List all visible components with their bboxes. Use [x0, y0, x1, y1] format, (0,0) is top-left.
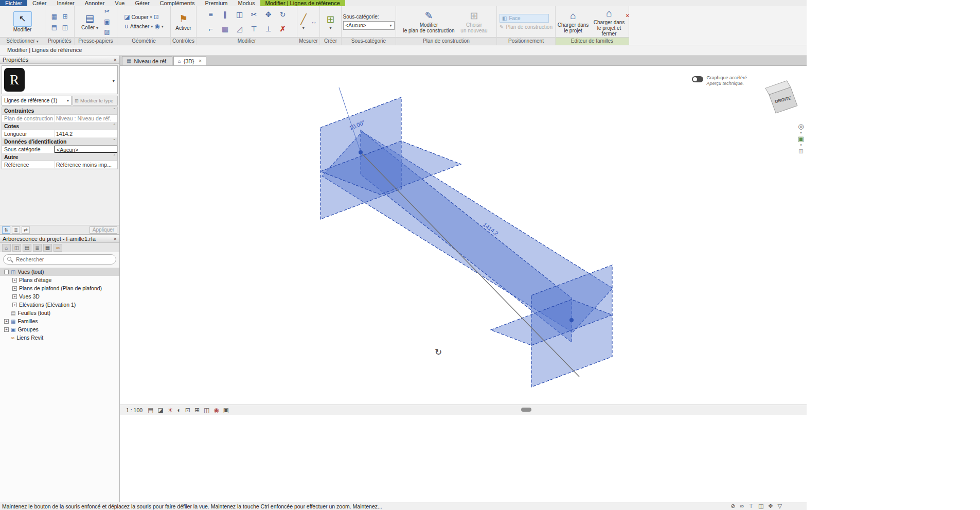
browser-home-icon[interactable]: ⌂	[2, 244, 11, 252]
tab-inserer[interactable]: Insérer	[52, 0, 80, 6]
nav-extra-icon[interactable]: ◫	[798, 147, 803, 155]
chevron-down-icon[interactable]: ▾	[800, 143, 802, 147]
property-row[interactable]: Plan de construction Niveau : Niveau de …	[2, 115, 117, 122]
tab-fichier[interactable]: Fichier	[0, 0, 27, 6]
aligned-dimension-icon[interactable]: ↔	[310, 17, 318, 27]
panel-label-mesurer[interactable]: Mesurer	[297, 37, 319, 45]
collapse-box-icon[interactable]: −	[4, 270, 9, 274]
view-tab-3d[interactable]: ⌂ {3D} ×	[173, 56, 206, 65]
search-input[interactable]	[3, 254, 116, 265]
collapse-icon[interactable]: ˆ	[114, 123, 116, 129]
family-category-icon[interactable]: ▤	[49, 22, 59, 32]
tree-item-vues-3d[interactable]: + Vues 3D	[0, 292, 119, 301]
view-scale-button[interactable]: 1 : 100	[126, 407, 144, 413]
panel-label-sous-categorie[interactable]: Sous-catégorie	[342, 37, 396, 45]
browser-link-icon[interactable]: ∞	[54, 244, 62, 252]
sort-descending-icon[interactable]: ⇄	[22, 226, 30, 234]
chevron-down-icon[interactable]: ▾	[800, 131, 802, 134]
accelerated-graphics-toggle[interactable]	[692, 76, 703, 82]
scale-icon[interactable]: ◿	[237, 25, 242, 33]
visual-style-icon[interactable]: ◪	[157, 406, 163, 414]
end-control-handle[interactable]	[569, 318, 574, 322]
unpin-icon[interactable]: ⊥	[265, 25, 271, 33]
panel-label-selectionner[interactable]: Sélectionner ▾	[0, 37, 45, 45]
tree-item-familles[interactable]: + ▦ Familles	[0, 317, 119, 325]
rotate-icon[interactable]: ↻	[280, 10, 286, 19]
cut-icon[interactable]: ✂	[102, 7, 112, 16]
view-tab-niveau-de-ref[interactable]: ▦ Niveau de réf.	[122, 56, 172, 65]
tab-creer[interactable]: Créer	[27, 0, 52, 6]
move-icon[interactable]: ✥	[265, 10, 272, 19]
select-underlay-icon[interactable]: ◫	[758, 503, 763, 509]
start-control-handle[interactable]	[359, 150, 363, 154]
chevron-down-icon[interactable]: ▾	[112, 78, 115, 83]
editable-only-icon[interactable]: ⊘	[730, 503, 735, 509]
shadows-icon[interactable]: ◐	[177, 406, 181, 414]
close-icon[interactable]: ×	[199, 58, 202, 64]
panel-label-presse-papiers[interactable]: Presse-papiers	[75, 37, 117, 45]
trim-icon[interactable]: ⌐	[208, 25, 212, 33]
sun-path-icon[interactable]: ☀	[168, 406, 173, 414]
array-icon[interactable]: ▦	[222, 25, 228, 33]
detail-level-icon[interactable]: ▤	[148, 406, 153, 414]
tree-item-plans-plafond[interactable]: + Plans de plafond (Plan de plafond)	[0, 284, 119, 292]
collapse-icon[interactable]: ˆ	[114, 154, 116, 160]
panel-label-plan-de-construction[interactable]: Plan de construction	[396, 37, 496, 45]
wall-joins-icon[interactable]: ◉	[154, 23, 159, 30]
close-icon[interactable]: ×	[114, 56, 117, 63]
steering-wheel-icon[interactable]: ◎	[798, 122, 804, 130]
subcategory-value-field[interactable]: <Aucun>	[55, 146, 117, 153]
section-donnees-identification[interactable]: Données d'identification ˆ	[2, 138, 117, 146]
tab-modus[interactable]: Modus	[233, 0, 260, 6]
measure-button[interactable]: ╱ ▾	[299, 13, 308, 30]
attach-button[interactable]: ∪ Attacher ▾ ◉ ▾	[124, 23, 164, 30]
expand-box-icon[interactable]: +	[12, 303, 17, 307]
tab-vue[interactable]: Vue	[110, 0, 130, 6]
load-into-project-close-button[interactable]: ⌂ × Charger dans le projet et fermer	[591, 7, 627, 37]
browser-schedules-icon[interactable]: ≣	[33, 244, 42, 252]
join-geometry-icon[interactable]: ⊡	[153, 13, 158, 21]
activate-controls-button[interactable]: ⚑ Activer	[172, 13, 194, 31]
tab-annoter[interactable]: Annoter	[80, 0, 110, 6]
browser-views-icon[interactable]: ◫	[12, 244, 21, 252]
panel-label-geometrie[interactable]: Géométrie	[117, 37, 170, 45]
reveal-hidden-icon[interactable]: ◉	[213, 406, 219, 414]
sort-ascending-icon[interactable]: ≣	[12, 226, 20, 234]
tree-item-groupes[interactable]: + ▣ Groupes	[0, 325, 119, 333]
section-cotes[interactable]: Cotes ˆ	[2, 122, 117, 130]
subcategory-dropdown[interactable]: <Aucun> ▾	[343, 21, 395, 30]
sort-icon[interactable]: ⇅	[2, 226, 10, 234]
viewcube[interactable]: DROITE	[760, 77, 805, 121]
properties-palette-icon[interactable]: ▦	[49, 11, 59, 21]
section-autre[interactable]: Autre ˆ	[2, 153, 117, 161]
browser-sheets-icon[interactable]: ▤	[23, 244, 31, 252]
edit-type-button[interactable]: ⊞ Modifier le type	[73, 96, 118, 105]
tree-item-feuilles[interactable]: ▤ Feuilles (tout)	[0, 309, 119, 317]
collapse-icon[interactable]: ˆ	[114, 138, 116, 145]
split-icon[interactable]: ✂	[251, 10, 257, 19]
modify-button[interactable]: ↖ Modifier	[8, 11, 38, 32]
horizontal-scrollbar-thumb[interactable]	[521, 408, 531, 412]
tree-item-elevations[interactable]: + Elévations (Elévation 1)	[0, 301, 119, 309]
cut-geometry-button[interactable]: ◪ Couper ▾ ⊡	[124, 13, 164, 21]
panel-label-modifier[interactable]: Modifier	[197, 37, 297, 45]
panel-label-creer[interactable]: Créer	[320, 37, 341, 45]
edit-workplane-button[interactable]: ✎ Modifier le plan de construction	[402, 10, 456, 33]
3d-scene[interactable]: 10.00° 1414.2 ↻	[120, 66, 807, 405]
family-types-icon[interactable]: ⊞	[60, 11, 70, 21]
select-links-icon[interactable]: ∞	[740, 503, 744, 509]
panel-label-positionnement[interactable]: Positionnement	[497, 37, 555, 45]
align-icon[interactable]: ≡	[208, 10, 212, 19]
tab-complements[interactable]: Compléments	[155, 0, 200, 6]
property-row[interactable]: Longueur 1414.2	[2, 130, 117, 138]
select-pinned-icon[interactable]: ⊤	[749, 503, 754, 509]
zoom-icon[interactable]: ▣	[798, 135, 804, 143]
load-into-project-button[interactable]: ⌂ Charger dans le projet	[557, 10, 589, 33]
filter-icon[interactable]: ▽	[778, 503, 782, 509]
tree-item-liens-revit[interactable]: ∞ Liens Revit	[0, 333, 119, 342]
temporary-hide-icon[interactable]: ◫	[204, 406, 209, 414]
panel-label-controles[interactable]: Contrôles	[171, 37, 196, 45]
close-icon[interactable]: ×	[114, 235, 117, 242]
expand-box-icon[interactable]: +	[4, 319, 9, 324]
tree-item-plans-etage[interactable]: + Plans d'étage	[0, 276, 119, 284]
